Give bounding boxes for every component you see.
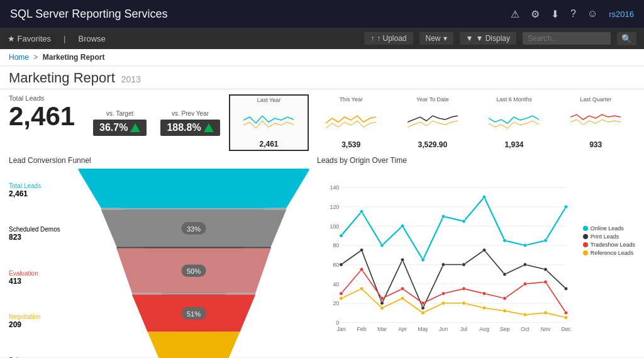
settings-icon[interactable]: ⚙ — [531, 8, 540, 20]
browse-link[interactable]: Browse — [78, 34, 105, 43]
svg-marker-5 — [78, 169, 309, 208]
upload-button[interactable]: ↑ ↑ Upload — [364, 32, 413, 45]
svg-point-88 — [380, 306, 384, 310]
user-label: rs2016 — [609, 9, 634, 19]
sparkline-item[interactable]: Last 6 Months1,934 — [475, 94, 554, 151]
breadcrumb-separator: > — [33, 53, 38, 62]
svg-point-69 — [482, 249, 486, 252]
svg-point-66 — [421, 306, 425, 310]
svg-point-73 — [564, 287, 567, 290]
sparkline-item[interactable]: Last Year2,461 — [229, 94, 309, 151]
funnel-visual: 33%50%51%51% — [78, 169, 309, 358]
page-year: 2013 — [121, 74, 141, 84]
legend-item: Print Leads — [583, 233, 635, 240]
svg-point-55 — [441, 215, 445, 218]
svg-marker-18 — [147, 332, 240, 358]
svg-point-51 — [360, 210, 363, 213]
svg-point-59 — [523, 243, 526, 247]
funnel-item-name: Negotiation — [9, 313, 75, 320]
svg-text:May: May — [418, 326, 428, 332]
svg-marker-6 — [101, 208, 286, 210]
legend-color-dot — [583, 234, 588, 239]
warning-icon[interactable]: ⚠ — [511, 8, 519, 20]
sparkline-chart — [570, 111, 621, 133]
legend-item: Tradeshow Leads — [583, 242, 635, 248]
vs-prev-number: 188.8% — [167, 122, 201, 133]
legend-color-dot — [583, 242, 588, 247]
svg-point-82 — [503, 296, 506, 299]
vs-target-number: 36.7% — [99, 122, 128, 133]
funnel-container: Total Leads2,461Scheduled Demos823Evalua… — [9, 169, 309, 358]
sparkline-value: 933 — [589, 140, 602, 149]
svg-text:Mar: Mar — [377, 326, 387, 332]
sparkline-value: 3,539 — [341, 140, 360, 149]
kpi-vs-target: vs. Target 36.7% — [88, 94, 152, 151]
svg-text:Sep: Sep — [500, 326, 510, 332]
display-button[interactable]: ▼ ▼ Display — [460, 32, 516, 45]
svg-marker-14 — [132, 293, 255, 294]
funnel-item-value: 2,461 — [9, 189, 75, 198]
svg-text:80: 80 — [333, 242, 339, 249]
svg-point-65 — [401, 258, 404, 261]
svg-text:50%: 50% — [187, 267, 201, 275]
sparkline-chart — [489, 111, 539, 133]
legend-color-dot — [583, 250, 588, 255]
page-header: Marketing Report 2013 — [0, 66, 644, 89]
sparkline-label: Last Year — [257, 97, 281, 103]
kpi-row: Total Leads 2,461 vs. Target 36.7% vs. P… — [9, 94, 635, 151]
svg-point-80 — [462, 287, 465, 290]
svg-point-70 — [503, 272, 506, 276]
svg-text:140: 140 — [330, 184, 340, 191]
sparklines-container: Last Year2,461This Year3,539Year To Date… — [229, 94, 635, 151]
svg-point-87 — [360, 287, 363, 290]
svg-text:Aug: Aug — [479, 326, 489, 332]
svg-point-97 — [564, 316, 567, 319]
svg-point-72 — [544, 267, 547, 271]
app-title: SQL Server Reporting Services — [10, 8, 167, 21]
svg-point-54 — [421, 258, 425, 261]
favorites-link[interactable]: ★ Favorites — [8, 34, 51, 43]
help-icon[interactable]: ? — [570, 8, 576, 20]
svg-point-91 — [441, 301, 445, 305]
svg-point-74 — [340, 292, 343, 295]
svg-text:60: 60 — [333, 262, 339, 268]
vs-prev-label: vs. Prev Year — [172, 110, 209, 117]
vs-prev-value: 188.8% — [160, 120, 219, 136]
second-bar-right: ↑ ↑ Upload New ▾ ▼ ▼ Display 🔍 — [364, 32, 636, 45]
legend-color-dot — [583, 226, 588, 231]
svg-point-90 — [421, 311, 425, 314]
total-leads-value: 2,461 — [9, 103, 84, 130]
sparkline-value: 1,934 — [504, 140, 523, 149]
funnel-item-name: Total Leads — [9, 182, 75, 189]
svg-text:Feb: Feb — [357, 326, 366, 332]
svg-text:Apr: Apr — [398, 326, 407, 332]
svg-point-67 — [441, 263, 445, 266]
funnel-item-name: Scheduled Demos — [9, 226, 75, 233]
legend-item: Reference Leads — [583, 250, 635, 256]
sparkline-chart — [326, 111, 376, 133]
download-icon[interactable]: ⬇ — [551, 8, 559, 20]
sparkline-item[interactable]: Year To Date3,529.90 — [393, 94, 472, 151]
svg-text:100: 100 — [330, 223, 340, 230]
sparkline-label: Last Quarter — [580, 96, 611, 103]
breadcrumb: Home > Marketing Report — [0, 49, 644, 66]
user-icon[interactable]: ☺ — [587, 8, 597, 20]
home-link[interactable]: Home — [9, 53, 29, 62]
sparkline-item[interactable]: Last Quarter933 — [556, 94, 635, 151]
chart-area: 020406080100120140JanFebMarAprMayJunJulA… — [317, 169, 635, 352]
svg-point-86 — [340, 296, 343, 299]
legend-item: Online Leads — [583, 225, 635, 232]
second-bar-left: ★ Favorites | Browse — [8, 34, 106, 43]
svg-point-78 — [421, 301, 425, 305]
funnel-item-value: 209 — [9, 320, 75, 329]
search-input[interactable] — [523, 32, 611, 45]
sparkline-item[interactable]: This Year3,539 — [311, 94, 391, 151]
svg-text:20: 20 — [333, 300, 339, 306]
svg-point-89 — [401, 296, 404, 299]
svg-point-75 — [360, 267, 363, 271]
search-button[interactable]: 🔍 — [617, 32, 636, 45]
svg-point-79 — [441, 292, 445, 295]
kpi-total: Total Leads 2,461 — [9, 94, 84, 151]
legend-label: Print Leads — [591, 233, 619, 240]
new-button[interactable]: New ▾ — [419, 32, 453, 45]
